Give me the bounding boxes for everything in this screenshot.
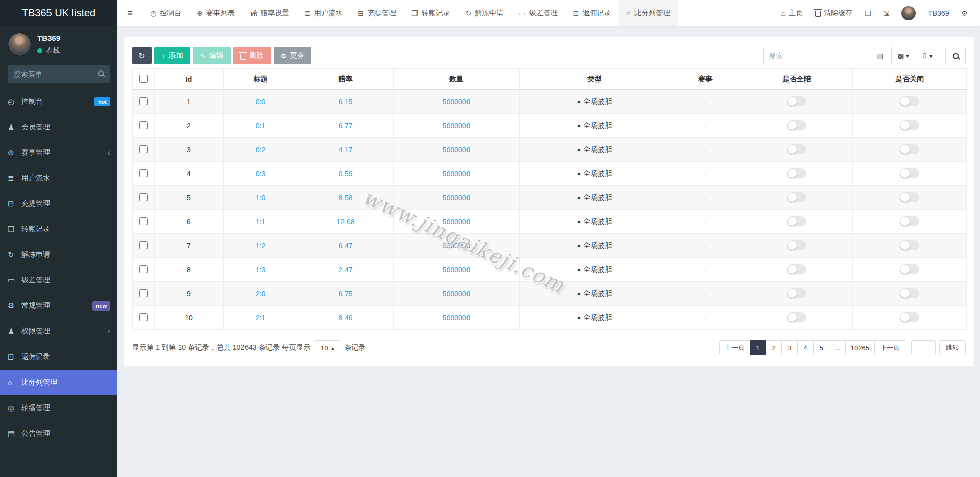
- row-checkbox[interactable]: [139, 193, 148, 201]
- row-checkbox[interactable]: [139, 217, 148, 225]
- quantity-link[interactable]: 5000000: [443, 266, 471, 275]
- sidebar-item-general[interactable]: ⚙ 常规管理 new: [0, 293, 117, 319]
- title-link[interactable]: 1:0: [256, 194, 265, 203]
- quantity-link[interactable]: 5000000: [443, 218, 471, 227]
- sidebar-item-level-diff[interactable]: ▭ 级差管理: [0, 268, 117, 293]
- toggle-closed[interactable]: [900, 264, 919, 274]
- quantity-link[interactable]: 5000000: [443, 98, 471, 107]
- toggle-closed[interactable]: [900, 240, 919, 250]
- toggle-closed[interactable]: [900, 96, 919, 106]
- sidebar-item-permission[interactable]: ♟ 权限管理 ‹: [0, 319, 117, 344]
- tab-level-diff[interactable]: ▭ 级差管理: [511, 0, 565, 26]
- edit-button[interactable]: ✎ 编辑: [193, 47, 231, 64]
- jump-button[interactable]: 跳转: [939, 340, 966, 355]
- page-button-5[interactable]: 5: [814, 340, 829, 355]
- settings-button[interactable]: ⚙: [961, 9, 968, 17]
- tab-deposit[interactable]: ⊟ 充提管理: [350, 0, 404, 26]
- page-button-next[interactable]: 下一页: [875, 340, 905, 355]
- row-checkbox[interactable]: [139, 265, 148, 273]
- odds-link[interactable]: 12.68: [336, 218, 354, 227]
- navbar-username[interactable]: TB369: [928, 9, 949, 17]
- fullscreen-button[interactable]: ⇲: [883, 9, 889, 17]
- quantity-link[interactable]: 5000000: [443, 122, 471, 131]
- toggle-full-pay[interactable]: [787, 240, 806, 250]
- quantity-link[interactable]: 5000000: [443, 290, 471, 299]
- sidebar-item-transfer[interactable]: ❒ 转账记录: [0, 217, 117, 242]
- page-button-ellipsis[interactable]: ...: [829, 340, 846, 355]
- tab-transfer[interactable]: ❒ 转账记录: [404, 0, 458, 26]
- sidebar-item-notice[interactable]: ▤ 公告管理: [0, 421, 117, 446]
- log-button[interactable]: ❏: [865, 9, 871, 17]
- refresh-button[interactable]: ↻: [132, 47, 152, 64]
- page-button-prev[interactable]: 上一页: [719, 340, 750, 355]
- sidebar-item-members[interactable]: ♟ 会员管理: [0, 114, 117, 140]
- tab-odds[interactable]: vk 赔率设置: [242, 0, 297, 26]
- quantity-link[interactable]: 5000000: [443, 146, 471, 155]
- sidebar-toggle-button[interactable]: ≡: [117, 0, 142, 26]
- quantity-link[interactable]: 5000000: [443, 242, 471, 251]
- sidebar-item-dashboard[interactable]: ◴ 控制台 hot: [0, 89, 117, 114]
- search-button[interactable]: [945, 47, 966, 64]
- odds-link[interactable]: 2.47: [338, 266, 352, 275]
- clear-cache-link[interactable]: 清除缓存: [815, 9, 852, 18]
- page-button-1[interactable]: 1: [750, 340, 766, 355]
- row-checkbox[interactable]: [139, 97, 148, 105]
- title-link[interactable]: 2:0: [256, 290, 265, 299]
- title-link[interactable]: 2:1: [256, 314, 265, 323]
- table-search-input[interactable]: [763, 47, 862, 64]
- page-button-4[interactable]: 4: [798, 340, 814, 355]
- select-all-checkbox[interactable]: [139, 75, 148, 83]
- odds-link[interactable]: 6.15: [338, 98, 352, 107]
- row-checkbox[interactable]: [139, 169, 148, 177]
- tab-unfreeze[interactable]: ↻ 解冻申请: [458, 0, 511, 26]
- quantity-link[interactable]: 5000000: [443, 314, 471, 323]
- toggle-full-pay[interactable]: [787, 168, 806, 178]
- quantity-link[interactable]: 5000000: [443, 194, 471, 203]
- odds-link[interactable]: 8.46: [338, 314, 352, 323]
- odds-link[interactable]: 6.75: [338, 290, 352, 299]
- page-button-3[interactable]: 3: [782, 340, 798, 355]
- tab-user-flow[interactable]: ≣ 用户流水: [297, 0, 351, 26]
- odds-link[interactable]: 0.59: [338, 170, 352, 179]
- page-button-10265[interactable]: 10265: [846, 340, 875, 355]
- toggle-full-pay[interactable]: [787, 144, 806, 154]
- card-view-button[interactable]: ▦: [868, 47, 892, 64]
- sidebar-item-rebate[interactable]: ⊡ 返佣记录: [0, 344, 117, 370]
- toggle-closed[interactable]: [900, 192, 919, 202]
- row-checkbox[interactable]: [139, 241, 148, 249]
- row-checkbox[interactable]: [139, 313, 148, 321]
- odds-link[interactable]: 6.77: [338, 122, 352, 131]
- toggle-full-pay[interactable]: [787, 288, 806, 298]
- toggle-full-pay[interactable]: [787, 264, 806, 274]
- sidebar-item-unfreeze[interactable]: ↻ 解冻申请: [0, 242, 117, 268]
- toggle-full-pay[interactable]: [787, 192, 806, 202]
- title-link[interactable]: 0:1: [256, 122, 265, 131]
- sidebar-item-carousel[interactable]: ◎ 轮播管理: [0, 395, 117, 421]
- toggle-closed[interactable]: [900, 168, 919, 178]
- title-link[interactable]: 0:0: [256, 98, 265, 107]
- tab-rebate[interactable]: ⊡ 返佣记录: [566, 0, 619, 26]
- page-button-2[interactable]: 2: [766, 340, 782, 355]
- toggle-closed[interactable]: [900, 120, 919, 130]
- tab-dashboard[interactable]: ◴ 控制台: [142, 0, 189, 26]
- sidebar-item-deposit[interactable]: ⊟ 充提管理: [0, 191, 117, 217]
- page-size-select[interactable]: 10 ▴: [314, 340, 340, 355]
- row-checkbox[interactable]: [139, 121, 148, 129]
- tab-match-list[interactable]: ⊕ 赛事列表: [189, 0, 242, 26]
- user-avatar-small[interactable]: [901, 6, 916, 20]
- toggle-full-pay[interactable]: [787, 216, 806, 226]
- sidebar-item-score-list[interactable]: ○ 比分列管理: [0, 370, 117, 395]
- title-link[interactable]: 0:2: [256, 146, 265, 155]
- sidebar-item-user-flow[interactable]: ≣ 用户流水: [0, 165, 117, 191]
- sidebar-search-input[interactable]: [8, 65, 110, 83]
- toggle-closed[interactable]: [900, 312, 919, 322]
- odds-link[interactable]: 8.58: [338, 194, 352, 203]
- home-link[interactable]: ⌂ 主页: [781, 9, 802, 18]
- row-checkbox[interactable]: [139, 145, 148, 153]
- toggle-closed[interactable]: [900, 288, 919, 298]
- toggle-full-pay[interactable]: [787, 96, 806, 106]
- search-icon[interactable]: [98, 70, 104, 76]
- row-checkbox[interactable]: [139, 289, 148, 297]
- title-link[interactable]: 0:3: [256, 170, 265, 179]
- delete-button[interactable]: 删除: [233, 47, 271, 64]
